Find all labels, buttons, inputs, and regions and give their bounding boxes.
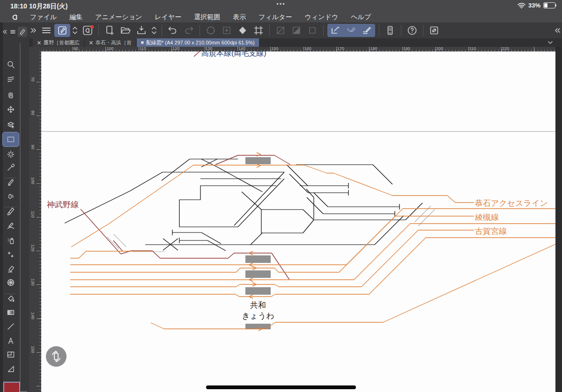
snap-curve-button[interactable] (343, 24, 359, 37)
black-track-line (251, 233, 262, 245)
eraser-tool[interactable] (3, 261, 19, 276)
operation-tool[interactable] (3, 73, 19, 87)
black-track-line (287, 165, 308, 186)
main-color-swatch[interactable] (3, 382, 20, 392)
figure-tool[interactable] (3, 319, 19, 334)
snap-ruler-button[interactable] (327, 24, 343, 37)
pen-tool[interactable] (3, 203, 19, 218)
clip-studio-button[interactable] (80, 24, 96, 37)
expand-palette-icon[interactable] (29, 24, 38, 37)
tool-updown-chevrons-icon[interactable] (70, 24, 80, 37)
menu-item-4[interactable]: 選択範囲 (194, 13, 220, 22)
direction-arrow-icon (257, 152, 260, 156)
blend-tool[interactable] (3, 189, 19, 203)
collapse-palette-icon[interactable] (3, 29, 8, 35)
companion-mode-button[interactable] (382, 24, 398, 37)
auto-select-tool[interactable] (3, 147, 19, 161)
tab-label: 鷹野［首都圏広 (44, 39, 80, 46)
layer-select-tool[interactable] (3, 117, 19, 131)
v-ruler-number: 80 (30, 108, 35, 118)
menu-item-0[interactable]: ファイル (30, 13, 57, 22)
menu-item-2[interactable]: アニメーション (95, 13, 142, 22)
new-canvas-button[interactable] (102, 24, 118, 37)
red-track-line (194, 51, 201, 57)
main-menu-button[interactable] (38, 24, 54, 37)
modified-dot-icon (141, 41, 144, 44)
selection-marquee-tool[interactable] (3, 132, 19, 146)
home-indicator[interactable] (206, 385, 356, 389)
black-track-line (65, 172, 284, 223)
multitask-dots-icon[interactable]: ••• (276, 0, 286, 7)
transform-button[interactable] (251, 24, 266, 37)
tab-kyoseki-takahama[interactable]: 恭石・高浜［首 (85, 38, 136, 47)
h-ruler-number: 210 (469, 47, 476, 51)
document-tab-bar: 鷹野［首都圏広 恭石・高浜［首 配線図* (A4 297.00 x 210.00… (29, 38, 562, 47)
text-tool[interactable] (3, 334, 19, 348)
menu-item-1[interactable]: 編集 (69, 13, 82, 22)
tab-haisenzu-active[interactable]: 配線図* (A4 297.00 x 210.00mm 600dpi 61.5%) (137, 38, 259, 47)
vertical-ruler: 708090100110120130140150 (29, 51, 41, 392)
selection-border-button[interactable] (304, 24, 320, 37)
station-platform (245, 287, 271, 295)
undo-button[interactable] (165, 24, 181, 37)
decoration-tool[interactable] (3, 247, 19, 261)
h-ruler-number: 160 (304, 47, 311, 51)
menu-item-8[interactable]: ヘルプ (351, 13, 371, 22)
menu-item-3[interactable]: レイヤー (155, 13, 181, 22)
rotate-canvas-button[interactable] (46, 346, 67, 367)
clock: 18:10 (10, 2, 27, 10)
dimmed-square-button[interactable] (219, 24, 235, 37)
open-file-button[interactable] (118, 24, 133, 37)
move-tool[interactable] (3, 102, 19, 116)
close-icon[interactable] (37, 41, 41, 45)
palette-pen-tile[interactable] (18, 27, 27, 37)
airbrush-tool[interactable] (3, 233, 19, 247)
v-ruler-number: 70 (30, 74, 35, 84)
fill-tool[interactable] (3, 291, 19, 305)
h-ruler-number: 170 (337, 47, 344, 51)
help-button[interactable] (404, 24, 420, 37)
h-ruler-number: 190 (403, 47, 410, 51)
eraser-diamond-button[interactable] (235, 24, 251, 37)
clip-studio-logo-icon[interactable] (10, 13, 20, 22)
gray-track-line (114, 234, 126, 247)
palette-menu-icon[interactable] (10, 29, 16, 35)
save-updown-chevrons-icon[interactable] (149, 24, 159, 37)
zoom-tool[interactable] (3, 58, 19, 72)
marker-tool[interactable] (3, 174, 19, 189)
menu-item-7[interactable]: ウィンドウ (305, 13, 339, 22)
fullscreen-button[interactable] (426, 24, 442, 37)
close-icon[interactable] (89, 41, 93, 45)
save-file-button[interactable] (133, 24, 149, 37)
gray-track-line (107, 237, 119, 249)
menu-item-5[interactable]: 表示 (233, 13, 246, 22)
ruler-corner (29, 47, 41, 51)
palette-scrollbar[interactable] (20, 43, 21, 387)
snap-guide-button[interactable] (359, 24, 375, 37)
black-track-line (261, 210, 314, 233)
tab-takano[interactable]: 鷹野［首都圏広 (33, 38, 84, 47)
menu-item-6[interactable]: フィルター (259, 13, 292, 22)
snap-button-group (327, 24, 375, 37)
track-diagram: 高規本線(両毛支線)神武野線恭石アクセスライン綾槻線古賀宮線共和きょうわ (41, 51, 555, 392)
canvas[interactable]: 高規本線(両毛支線)神武野線恭石アクセスライン綾槻線古賀宮線共和きょうわ (41, 51, 555, 392)
hand-tool[interactable] (3, 87, 19, 102)
h-ruler-number: 120 (172, 47, 179, 51)
redo-button[interactable] (181, 24, 197, 37)
collapse-toolbar-icon[interactable] (553, 24, 562, 37)
frame-border-tool[interactable] (3, 348, 19, 362)
invert-selection-button[interactable] (288, 24, 304, 37)
edit-tool-button[interactable] (54, 24, 70, 37)
station-platform (245, 157, 271, 164)
tab-overflow-chevron-icon[interactable] (547, 39, 554, 46)
ruler-tool[interactable] (3, 362, 19, 376)
station-platform (245, 255, 271, 263)
orange-track-line (70, 251, 152, 258)
gradient-tool[interactable] (3, 305, 19, 319)
liquify-tool[interactable] (3, 276, 19, 290)
deselect-button[interactable] (273, 24, 288, 37)
eyedropper-tool[interactable] (3, 160, 19, 174)
direction-arrow-icon (257, 164, 260, 167)
black-track-line (406, 203, 422, 220)
curve-pen-tool[interactable] (3, 218, 19, 232)
